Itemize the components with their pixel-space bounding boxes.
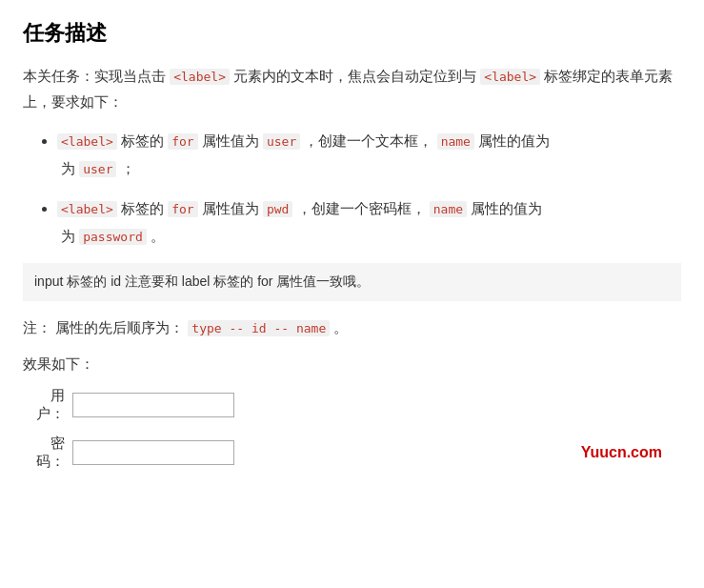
intro-text-mid1: 元素内的文本时，焦点会自动定位到与 <box>233 68 480 84</box>
user-label[interactable]: 用户： <box>23 387 65 423</box>
hint-text: input 标签的 id 注意要和 label 标签的 for 属性值一致哦。 <box>34 274 370 289</box>
list-item-1: <label> 标签的 for 属性值为 user ，创建一个文本框， name… <box>57 128 681 182</box>
li1-text5: ； <box>121 160 135 176</box>
li1-code5-label: 为 <box>61 160 79 176</box>
li2-text1: 标签的 <box>121 200 168 216</box>
watermark: Yuucn.com <box>581 444 662 461</box>
hint-box: input 标签的 id 注意要和 label 标签的 for 属性值一致哦。 <box>23 263 681 301</box>
li2-code1: <label> <box>57 201 117 217</box>
li2-text2: 属性值为 <box>202 200 263 216</box>
page-wrapper: 任务描述 本关任务：实现当点击 <label> 元素内的文本时，焦点会自动定位到… <box>23 19 681 471</box>
requirements-list: <label> 标签的 for 属性值为 user ，创建一个文本框， name… <box>57 128 681 250</box>
page-title: 任务描述 <box>23 19 681 48</box>
li1-code1: <label> <box>57 133 117 150</box>
li1-text2: 属性值为 <box>202 132 263 149</box>
li2-code5-label: 为 <box>61 228 79 244</box>
note-suffix: 。 <box>333 319 348 335</box>
user-row: 用户： <box>23 387 681 423</box>
password-input[interactable] <box>72 440 234 465</box>
intro-text-before: 本关任务：实现当点击 <box>23 68 170 84</box>
intro-paragraph: 本关任务：实现当点击 <label> 元素内的文本时，焦点会自动定位到与 <la… <box>23 63 681 114</box>
effect-label: 效果如下： <box>23 355 681 374</box>
li2-code2: for <box>168 201 197 217</box>
password-label[interactable]: 密码： <box>23 435 65 471</box>
intro-tag2: <label> <box>480 69 540 85</box>
li2-code3: pwd <box>263 201 292 217</box>
li1-code3: user <box>263 133 300 150</box>
note-code: type -- id -- name <box>188 320 330 336</box>
li2-code5: password <box>79 229 147 245</box>
li1-text1: 标签的 <box>121 132 168 149</box>
li1-text3: ，创建一个文本框， <box>304 132 432 149</box>
li2-code4: name <box>430 201 467 217</box>
li2-text3: ，创建一个密码框， <box>297 200 426 216</box>
user-input[interactable] <box>72 393 234 417</box>
li1-text4: 属性的值为 <box>478 132 550 149</box>
intro-tag1: <label> <box>170 69 230 85</box>
note-prefix: 注： 属性的先后顺序为： <box>23 319 184 335</box>
list-item-2: <label> 标签的 for 属性值为 pwd ，创建一个密码框， name … <box>57 195 681 250</box>
li2-text5: 。 <box>151 228 165 244</box>
li1-code5: user <box>79 161 116 177</box>
li2-text4: 属性的值为 <box>471 200 542 216</box>
note-paragraph: 注： 属性的先后顺序为： type -- id -- name 。 <box>23 314 681 340</box>
li1-code4: name <box>437 133 474 150</box>
li1-code2: for <box>168 133 197 150</box>
